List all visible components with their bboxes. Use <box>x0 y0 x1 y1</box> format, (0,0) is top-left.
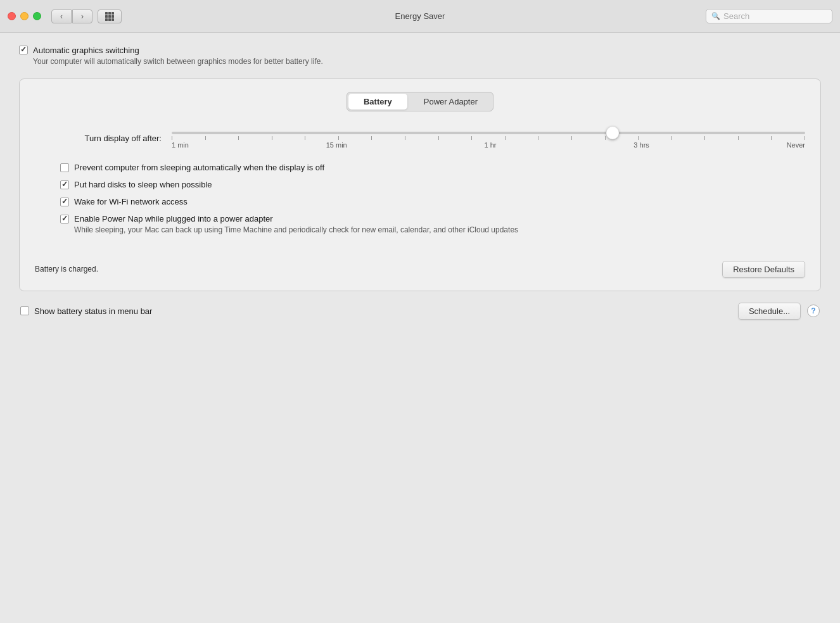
battery-status: Battery is charged. <box>35 265 98 274</box>
nav-buttons: ‹ › <box>51 9 92 23</box>
maximize-button[interactable] <box>33 12 41 20</box>
power-nap-sublabel: While sleeping, your Mac can back up usi… <box>74 225 518 236</box>
tick-18 <box>738 136 739 140</box>
tab-battery[interactable]: Battery <box>348 94 407 110</box>
auto-graphics-checkbox[interactable] <box>19 46 28 54</box>
show-battery-label[interactable]: Show battery status in menu bar <box>34 306 152 316</box>
show-battery-checkbox[interactable] <box>20 306 29 315</box>
power-nap-item: Enable Power Nap while plugged into a po… <box>60 214 805 236</box>
wifi-text: Wake for Wi-Fi network access <box>74 197 188 206</box>
tick-9 <box>438 136 439 140</box>
grid-icon <box>105 12 114 21</box>
prevent-sleep-checkbox[interactable] <box>60 163 69 172</box>
tick-3 <box>238 136 239 140</box>
hard-disks-text: Put hard disks to sleep when possible <box>74 180 212 189</box>
restore-defaults-button[interactable]: Restore Defaults <box>722 261 805 278</box>
slider-label: Turn display off after: <box>35 134 162 143</box>
settings-panel: Battery Power Adapter Turn display off a… <box>19 79 821 291</box>
tick-7 <box>371 136 372 140</box>
search-icon: 🔍 <box>711 12 720 20</box>
tick-5 <box>305 136 305 140</box>
tick-4 <box>272 136 272 140</box>
hard-disks-label[interactable]: Put hard disks to sleep when possible <box>74 180 212 189</box>
grid-view-button[interactable] <box>98 9 122 23</box>
wifi-access-item: Wake for Wi-Fi network access <box>60 197 805 206</box>
checkbox-group: Prevent computer from sleeping automatic… <box>35 163 805 236</box>
forward-button[interactable]: › <box>72 9 92 23</box>
slider-mark-1hr: 1 hr <box>485 141 497 149</box>
slider-mark-never: Never <box>787 141 805 149</box>
tick-19 <box>771 136 772 140</box>
hard-disks-item: Put hard disks to sleep when possible <box>60 180 805 189</box>
tick-8 <box>405 136 405 140</box>
panel-footer: Battery is charged. Restore Defaults <box>35 261 805 278</box>
tab-group: Battery Power Adapter <box>347 92 493 111</box>
page-footer: Show battery status in menu bar Schedule… <box>19 303 821 320</box>
auto-graphics-description: Your computer will automatically switch … <box>33 57 323 66</box>
tick-11 <box>505 136 506 140</box>
prevent-sleep-item: Prevent computer from sleeping automatic… <box>60 163 805 172</box>
slider-mark-1min: 1 min <box>172 141 189 149</box>
search-placeholder: Search <box>723 11 749 21</box>
auto-graphics-text: Automatic graphics switching Your comput… <box>33 46 323 66</box>
slider-labels: 1 min 15 min 1 hr 3 hrs Never <box>172 140 805 150</box>
slider-mark-15min: 15 min <box>326 141 347 149</box>
tick-20 <box>805 136 805 140</box>
auto-graphics-section: Automatic graphics switching Your comput… <box>19 46 821 66</box>
hard-disks-checkbox[interactable] <box>60 180 69 189</box>
search-box[interactable]: 🔍 Search <box>706 9 832 23</box>
back-button[interactable]: ‹ <box>51 9 72 23</box>
prevent-sleep-text: Prevent computer from sleeping automatic… <box>74 163 324 172</box>
tick-1 <box>172 136 172 140</box>
schedule-button[interactable]: Schedule... <box>738 303 801 320</box>
main-content: Automatic graphics switching Your comput… <box>0 33 840 332</box>
close-button[interactable] <box>8 12 16 20</box>
power-nap-checkbox[interactable] <box>60 215 69 223</box>
tick-6 <box>338 136 339 140</box>
power-nap-text: Enable Power Nap while plugged into a po… <box>74 214 518 236</box>
tick-2 <box>205 136 206 140</box>
wifi-label[interactable]: Wake for Wi-Fi network access <box>74 197 188 206</box>
display-sleep-slider-section: Turn display off after: <box>35 127 805 150</box>
minimize-button[interactable] <box>20 12 29 20</box>
slider-mark-3hrs: 3 hrs <box>633 141 649 149</box>
display-sleep-slider[interactable] <box>172 132 805 134</box>
tabs-container: Battery Power Adapter <box>35 92 805 111</box>
show-battery-section: Show battery status in menu bar <box>20 306 152 316</box>
help-button[interactable]: ? <box>807 305 820 317</box>
footer-right: Schedule... ? <box>738 303 820 320</box>
prevent-sleep-label[interactable]: Prevent computer from sleeping automatic… <box>74 163 324 172</box>
tick-15 <box>638 136 639 140</box>
auto-graphics-title[interactable]: Automatic graphics switching <box>33 46 323 55</box>
tick-17 <box>704 136 705 140</box>
tick-14 <box>605 136 606 140</box>
tick-12 <box>538 136 538 140</box>
wifi-checkbox[interactable] <box>60 198 69 206</box>
tick-13 <box>571 136 572 140</box>
window-title: Energy Saver <box>395 11 445 21</box>
power-nap-label[interactable]: Enable Power Nap while plugged into a po… <box>74 214 518 223</box>
slider-wrapper: 1 min 15 min 1 hr 3 hrs Never <box>172 127 805 150</box>
traffic-lights <box>8 12 41 20</box>
titlebar: ‹ › Energy Saver 🔍 Search <box>0 0 840 33</box>
tab-power-adapter[interactable]: Power Adapter <box>409 94 493 110</box>
tick-16 <box>671 136 672 140</box>
tick-10 <box>471 136 472 140</box>
